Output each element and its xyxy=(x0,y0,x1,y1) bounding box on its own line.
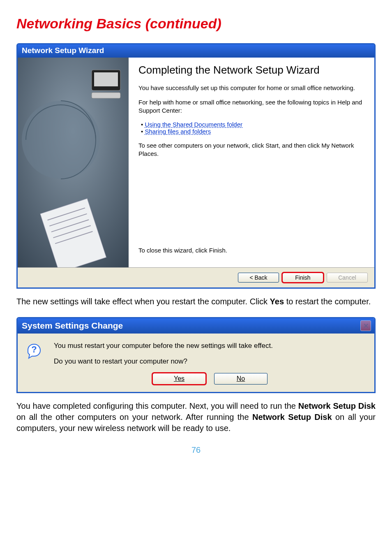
close-icon[interactable]: ✕ xyxy=(360,320,371,331)
wizard-heading: Completing the Network Setup Wizard xyxy=(138,64,366,76)
back-button-label: < Back xyxy=(249,274,267,281)
no-button[interactable]: No xyxy=(214,373,267,385)
wizard-text-4: To close this wizard, click Finish. xyxy=(138,247,366,257)
system-settings-change-dialog: System Settings Change ✕ ? You must rest… xyxy=(16,317,376,393)
msgbox-text-1: You must restart your computer before th… xyxy=(54,342,273,350)
msgbox-title: System Settings Change xyxy=(22,321,123,331)
finish-button[interactable]: Finish xyxy=(282,273,323,283)
wizard-text-3: To see other computers on your network, … xyxy=(138,141,366,158)
cancel-button-label: Cancel xyxy=(338,274,356,281)
back-button[interactable]: < Back xyxy=(238,273,279,283)
page-title: Networking Basics (continued) xyxy=(16,16,376,32)
svg-text:?: ? xyxy=(31,344,37,354)
svg-point-1 xyxy=(22,101,100,179)
svg-rect-3 xyxy=(94,72,118,86)
yes-button-label: Yes xyxy=(174,375,184,382)
network-setup-wizard-window: Network Setup Wizard xyxy=(16,43,376,289)
instruction-text-1: The new settings will take effect when y… xyxy=(16,296,376,307)
wizard-text-1: You have successfully set up this comput… xyxy=(138,84,366,92)
wizard-button-row: < Back Finish Cancel xyxy=(18,267,374,287)
yes-button[interactable]: Yes xyxy=(152,373,206,385)
link-shared-documents[interactable]: Using the Shared Documents folder xyxy=(145,121,242,128)
cancel-button: Cancel xyxy=(327,273,368,283)
wizard-text-2: For help with home or small office netwo… xyxy=(138,98,366,114)
instruction-text-2: You have completed configuring this comp… xyxy=(16,401,376,434)
wizard-side-graphic xyxy=(18,58,129,267)
no-button-label: No xyxy=(237,375,245,382)
msgbox-text-2: Do you want to restart your computer now… xyxy=(54,357,273,366)
finish-button-label: Finish xyxy=(295,274,310,281)
link-sharing-files[interactable]: Sharing files and folders xyxy=(145,128,211,135)
svg-rect-4 xyxy=(92,93,120,98)
page-number: 76 xyxy=(16,445,376,455)
wizard-titlebar: Network Setup Wizard xyxy=(18,44,374,58)
question-icon: ? xyxy=(25,343,43,361)
